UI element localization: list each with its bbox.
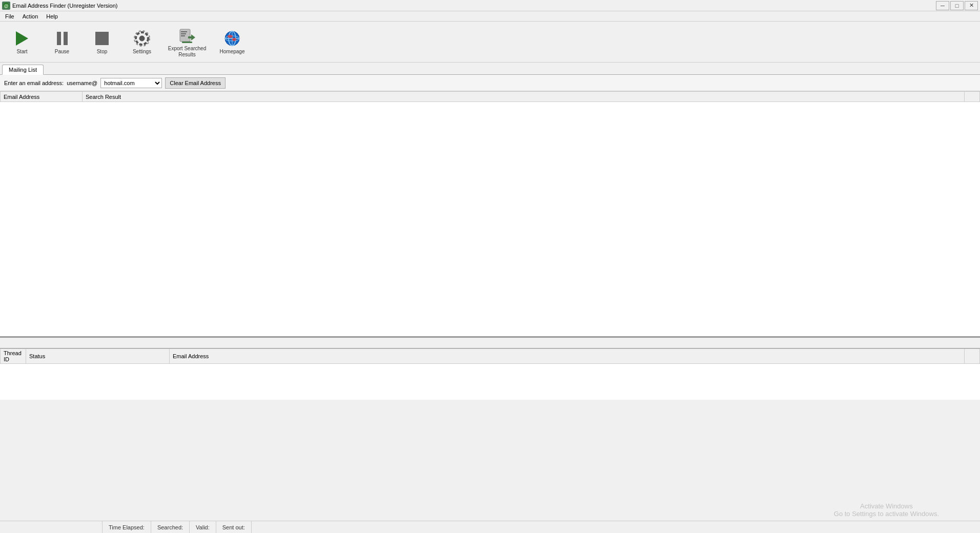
tab-mailing-list[interactable]: Mailing List <box>2 65 44 75</box>
homepage-label: Homepage <box>220 49 245 54</box>
status-valid: Valid: <box>190 521 216 533</box>
valid-label: Valid: <box>196 524 210 530</box>
watermark-line1: Activate Windows <box>834 502 939 510</box>
svg-rect-10 <box>182 42 192 43</box>
title-bar-left: @ Email Address Finder (Unregister Versi… <box>2 2 117 10</box>
start-button[interactable]: Start <box>4 24 40 60</box>
bottom-table-area: Thread ID Status Email Address <box>0 348 980 400</box>
svg-rect-8 <box>181 35 185 36</box>
col-bottom-extra <box>965 349 980 364</box>
pause-button[interactable]: Pause <box>44 24 80 60</box>
status-bar: Time Elapsed: Searched: Valid: Sent out: <box>0 521 980 533</box>
tab-bar: Mailing List <box>0 63 980 75</box>
maximize-button[interactable]: □ <box>950 1 964 10</box>
pause-icon <box>53 29 71 48</box>
watermark-line2: Go to Settings to activate Windows. <box>834 510 939 518</box>
col-email-address: Email Address <box>1 92 83 102</box>
status-searched: Searched: <box>151 521 190 533</box>
col-status: Status <box>26 349 170 364</box>
svg-point-16 <box>228 35 233 38</box>
searched-label: Searched: <box>157 524 183 530</box>
svg-text:@: @ <box>4 4 8 9</box>
col-search-result: Search Result <box>83 92 965 102</box>
col-extra <box>965 92 980 102</box>
filter-bar: Enter an email address: username@ hotmai… <box>0 75 980 91</box>
bottom-table-header: Thread ID Status Email Address <box>1 349 980 364</box>
title-bar: @ Email Address Finder (Unregister Versi… <box>0 0 980 11</box>
col-bottom-email: Email Address <box>170 349 965 364</box>
main-table-area: Email Address Search Result <box>0 91 980 337</box>
menu-help[interactable]: Help <box>42 12 62 20</box>
stop-label: Stop <box>97 49 108 54</box>
col-thread-id: Thread ID <box>1 349 26 364</box>
time-elapsed-label: Time Elapsed: <box>109 524 145 530</box>
stop-icon <box>93 29 111 48</box>
bottom-table: Thread ID Status Email Address <box>0 348 980 364</box>
filter-label: Enter an email address: <box>4 80 64 86</box>
window-title: Email Address Finder (Unregister Version… <box>12 3 117 9</box>
export-label: Export Searched Results <box>164 46 210 58</box>
title-bar-controls[interactable]: ─ □ ✕ <box>936 1 978 10</box>
gear-icon <box>133 29 151 48</box>
menu-action[interactable]: Action <box>18 12 43 20</box>
status-time-elapsed: Time Elapsed: <box>103 521 151 533</box>
close-button[interactable]: ✕ <box>965 1 978 10</box>
pause-icon-shape <box>57 32 68 45</box>
svg-point-17 <box>232 38 236 41</box>
svg-rect-7 <box>181 33 186 34</box>
menu-file[interactable]: File <box>1 12 18 20</box>
app-icon: @ <box>2 2 10 10</box>
sent-out-label: Sent out: <box>222 524 245 530</box>
pause-label: Pause <box>55 49 69 54</box>
settings-button[interactable]: Settings <box>124 24 160 60</box>
export-button[interactable]: Export Searched Results <box>164 24 210 60</box>
pause-bar-1 <box>57 32 61 45</box>
toolbar: Start Pause Stop Settings <box>0 22 980 63</box>
menu-bar: File Action Help <box>0 11 980 22</box>
main-table: Email Address Search Result <box>0 91 980 102</box>
pause-bar-2 <box>64 32 68 45</box>
clear-email-button[interactable]: Clear Email Address <box>165 77 226 89</box>
globe-icon <box>223 29 241 48</box>
status-sent-out: Sent out: <box>216 521 252 533</box>
play-icon-shape <box>16 31 28 46</box>
settings-label: Settings <box>133 49 151 54</box>
username-label: username@ <box>67 80 97 86</box>
export-icon <box>178 26 196 45</box>
domain-select[interactable]: hotmail.com gmail.com yahoo.com outlook.… <box>100 78 162 88</box>
start-label: Start <box>16 49 27 54</box>
minimize-button[interactable]: ─ <box>936 1 949 10</box>
status-empty <box>0 521 103 533</box>
svg-point-2 <box>139 36 145 41</box>
main-table-header: Email Address Search Result <box>1 92 980 102</box>
homepage-button[interactable]: Homepage <box>214 24 250 60</box>
play-icon <box>13 29 31 48</box>
stop-button[interactable]: Stop <box>84 24 120 60</box>
stop-icon-shape <box>95 32 109 45</box>
divider-area <box>0 337 980 348</box>
svg-rect-6 <box>181 31 187 32</box>
windows-watermark: Activate Windows Go to Settings to activ… <box>834 502 939 518</box>
